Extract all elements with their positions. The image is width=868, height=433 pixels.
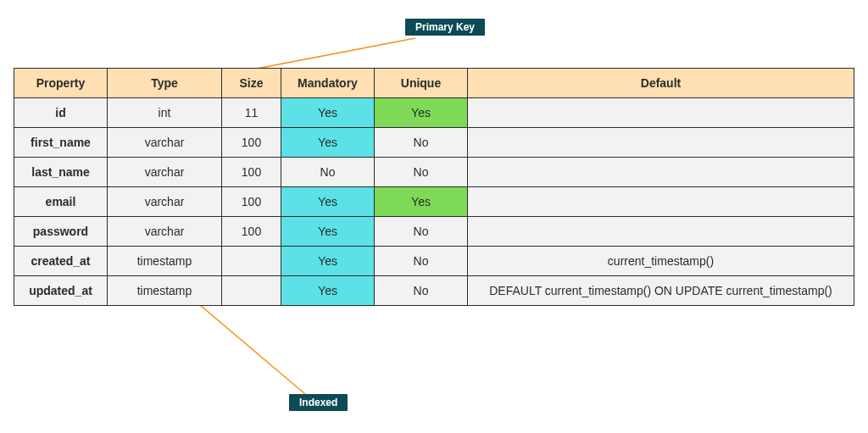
- cell-default: [468, 98, 854, 128]
- cell-size: 100: [222, 217, 281, 247]
- table-header-row: Property Type Size Mandatory Unique Defa…: [14, 69, 854, 98]
- cell-property: id: [14, 98, 108, 128]
- cell-type: varchar: [108, 158, 222, 187]
- schema-table: Property Type Size Mandatory Unique Defa…: [14, 68, 854, 306]
- cell-property: password: [14, 217, 108, 247]
- cell-size: 100: [222, 187, 281, 217]
- cell-property: email: [14, 187, 108, 217]
- header-unique: Unique: [375, 69, 468, 98]
- annotation-primary-key: Primary Key: [405, 19, 485, 36]
- cell-size: 100: [222, 128, 281, 158]
- cell-default: [468, 128, 854, 158]
- cell-size: 11: [222, 98, 281, 128]
- cell-size: 100: [222, 158, 281, 187]
- header-size: Size: [222, 69, 281, 98]
- cell-default: [468, 217, 854, 247]
- header-type: Type: [108, 69, 222, 98]
- cell-property: first_name: [14, 128, 108, 158]
- cell-type: timestamp: [108, 276, 222, 306]
- table-row: last_name varchar 100 No No: [14, 158, 854, 187]
- cell-unique: No: [375, 276, 468, 306]
- cell-property: updated_at: [14, 276, 108, 306]
- cell-type: int: [108, 98, 222, 128]
- cell-type: timestamp: [108, 247, 222, 276]
- cell-mandatory: No: [281, 158, 375, 187]
- cell-default: DEFAULT current_timestamp() ON UPDATE cu…: [468, 276, 854, 306]
- header-mandatory: Mandatory: [281, 69, 375, 98]
- cell-size: [222, 276, 281, 306]
- cell-default: [468, 158, 854, 187]
- header-default: Default: [468, 69, 854, 98]
- cell-mandatory: Yes: [281, 217, 375, 247]
- cell-type: varchar: [108, 217, 222, 247]
- cell-unique: Yes: [375, 187, 468, 217]
- cell-unique: No: [375, 217, 468, 247]
- table-row: email varchar 100 Yes Yes: [14, 187, 854, 217]
- cell-unique: Yes: [375, 98, 468, 128]
- table-row: id int 11 Yes Yes: [14, 98, 854, 128]
- cell-type: varchar: [108, 128, 222, 158]
- cell-unique: No: [375, 158, 468, 187]
- cell-unique: No: [375, 128, 468, 158]
- cell-mandatory: Yes: [281, 247, 375, 276]
- cell-size: [222, 247, 281, 276]
- annotation-indexed: Indexed: [289, 394, 348, 411]
- table-row: created_at timestamp Yes No current_time…: [14, 247, 854, 276]
- cell-mandatory: Yes: [281, 128, 375, 158]
- cell-mandatory: Yes: [281, 187, 375, 217]
- cell-type: varchar: [108, 187, 222, 217]
- header-property: Property: [14, 69, 108, 98]
- cell-property: last_name: [14, 158, 108, 187]
- table-row: updated_at timestamp Yes No DEFAULT curr…: [14, 276, 854, 306]
- cell-mandatory: Yes: [281, 276, 375, 306]
- table-row: first_name varchar 100 Yes No: [14, 128, 854, 158]
- table-body: id int 11 Yes Yes first_name varchar 100…: [14, 98, 854, 306]
- cell-unique: No: [375, 247, 468, 276]
- cell-default: current_timestamp(): [468, 247, 854, 276]
- cell-default: [468, 187, 854, 217]
- cell-mandatory: Yes: [281, 98, 375, 128]
- cell-property: created_at: [14, 247, 108, 276]
- diagram-canvas: { "headers": { "property": "Property", "…: [0, 0, 868, 433]
- table-row: password varchar 100 Yes No: [14, 217, 854, 247]
